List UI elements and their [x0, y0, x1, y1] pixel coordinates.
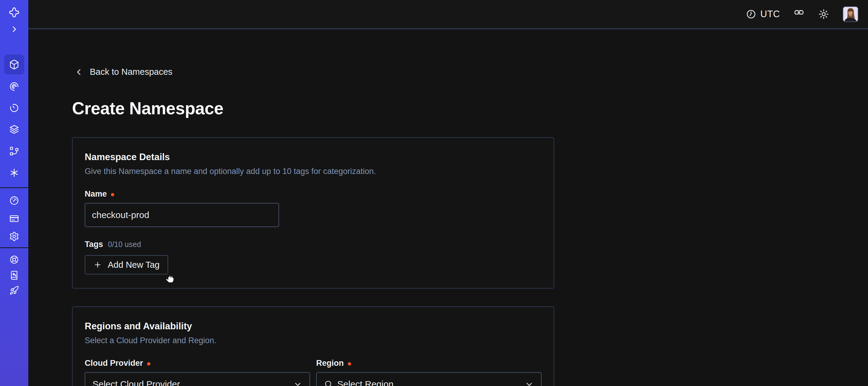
card-title: Regions and Availability — [85, 321, 541, 332]
back-to-namespaces-link[interactable]: Back to Namespaces — [75, 67, 173, 77]
add-new-tag-label: Add New Tag — [108, 260, 160, 270]
chevron-down-icon — [293, 380, 302, 386]
billing-card-icon — [9, 213, 19, 224]
docs-book-icon — [9, 270, 19, 280]
sidebar-item-nexus[interactable] — [0, 168, 28, 178]
glasses-icon[interactable] — [793, 8, 805, 20]
chevron-down-icon — [525, 380, 534, 386]
sidebar-item-pipelines[interactable] — [0, 146, 28, 156]
sidebar-item-workflows[interactable] — [0, 82, 28, 92]
required-dot — [147, 362, 150, 365]
temporal-logo-icon[interactable] — [0, 7, 28, 18]
cloud-provider-select[interactable]: Select Cloud Provider — [85, 372, 310, 386]
region-label-text: Region — [316, 359, 344, 368]
sidebar-expand-chevron-icon[interactable] — [0, 25, 28, 33]
name-field-label: Name — [85, 189, 541, 199]
settings-gear-icon — [9, 231, 19, 242]
required-dot — [111, 193, 114, 196]
sidebar-item-docs[interactable] — [0, 270, 28, 280]
card-subtitle: Select a Cloud Provider and Region. — [85, 336, 541, 345]
top-bar: UTC — [28, 0, 868, 29]
sidebar-item-getting-started[interactable] — [0, 286, 28, 295]
card-title: Namespace Details — [85, 152, 541, 162]
sidebar-item-namespaces[interactable] — [4, 55, 24, 75]
name-label-text: Name — [85, 189, 107, 199]
sidebar-item-usage[interactable] — [0, 196, 28, 206]
cloud-provider-placeholder: Select Cloud Provider — [93, 379, 180, 386]
topbar-actions: UTC — [746, 0, 858, 28]
region-placeholder: Select Region — [337, 379, 394, 386]
user-avatar[interactable] — [843, 6, 858, 22]
sidebar-item-settings[interactable] — [0, 231, 28, 242]
card-subtitle: Give this Namespace a name and optionall… — [85, 167, 541, 176]
namespaces-cube-icon — [9, 59, 19, 70]
tags-label: Tags — [85, 240, 103, 249]
region-select[interactable]: Select Region — [316, 372, 541, 386]
sidebar-item-deployments[interactable] — [0, 124, 28, 135]
namespace-name-input[interactable] — [85, 203, 279, 227]
tags-header: Tags 0/10 used — [85, 240, 541, 249]
add-new-tag-button[interactable]: Add New Tag — [85, 255, 168, 274]
schedules-timer-icon — [9, 103, 19, 113]
workflows-spiral-icon — [9, 82, 19, 92]
regions-card: Regions and Availability Select a Cloud … — [72, 306, 554, 386]
sidebar-item-schedules[interactable] — [0, 103, 28, 113]
deployments-layers-icon — [9, 124, 19, 135]
cloud-provider-label-text: Cloud Provider — [85, 359, 143, 368]
pipelines-branch-icon — [9, 146, 19, 156]
chevron-left-icon — [75, 68, 83, 76]
clock-icon — [746, 9, 756, 19]
search-icon — [324, 380, 333, 386]
brightness-icon[interactable] — [818, 8, 830, 20]
namespace-details-card: Namespace Details Give this Namespace a … — [72, 137, 554, 289]
page-title: Create Namespace — [72, 98, 223, 118]
usage-gauge-icon — [9, 196, 19, 206]
tags-counter: 0/10 used — [108, 240, 141, 249]
sidebar-item-support[interactable] — [0, 255, 28, 265]
nexus-asterisk-icon — [9, 168, 19, 178]
region-label: Region — [316, 359, 541, 368]
support-lifebuoy-icon — [9, 255, 19, 265]
back-link-label: Back to Namespaces — [90, 67, 173, 77]
timezone-selector[interactable]: UTC — [746, 9, 780, 20]
sidebar-divider — [0, 247, 28, 248]
required-dot — [348, 362, 351, 365]
plus-icon — [93, 261, 102, 269]
getting-started-rocket-icon — [9, 286, 19, 295]
cloud-provider-label: Cloud Provider — [85, 359, 310, 368]
sidebar-item-billing[interactable] — [0, 213, 28, 224]
sidebar-divider — [0, 187, 28, 188]
timezone-label: UTC — [761, 9, 780, 20]
sidebar-nav — [0, 0, 28, 386]
